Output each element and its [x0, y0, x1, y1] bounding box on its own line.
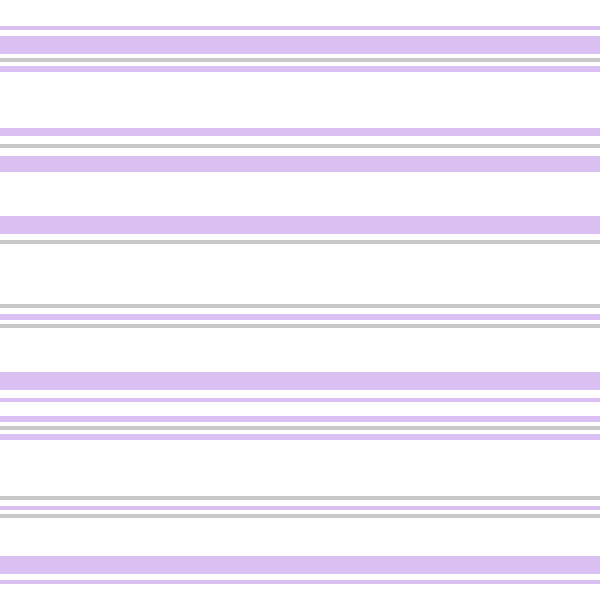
- stripe: [0, 324, 600, 328]
- stripe: [0, 144, 600, 148]
- stripe-pattern: [0, 0, 600, 600]
- stripe: [0, 66, 600, 72]
- stripe: [0, 240, 600, 244]
- stripe: [0, 128, 600, 136]
- stripe: [0, 304, 600, 308]
- stripe: [0, 398, 600, 402]
- stripe: [0, 216, 600, 234]
- stripe: [0, 506, 600, 510]
- stripe: [0, 434, 600, 440]
- stripe: [0, 26, 600, 30]
- stripe: [0, 556, 600, 574]
- stripe: [0, 314, 600, 320]
- stripe: [0, 58, 600, 62]
- stripe: [0, 416, 600, 422]
- stripe: [0, 580, 600, 584]
- stripe: [0, 426, 600, 430]
- stripe: [0, 36, 600, 54]
- stripe: [0, 514, 600, 518]
- stripe: [0, 496, 600, 500]
- stripe: [0, 156, 600, 172]
- stripe: [0, 372, 600, 390]
